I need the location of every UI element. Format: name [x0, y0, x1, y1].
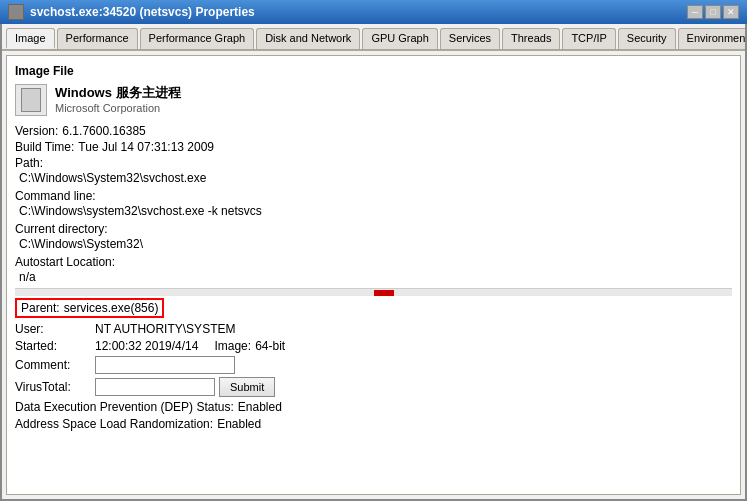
tab-image[interactable]: Image — [6, 28, 55, 49]
version-label: Version: — [15, 124, 58, 138]
comment-input[interactable] — [95, 356, 235, 374]
tab-tcp-ip[interactable]: TCP/IP — [562, 28, 615, 49]
autostart-label: Autostart Location: — [15, 255, 732, 269]
image-label: Image: — [214, 339, 251, 353]
autostart-value: n/a — [15, 270, 732, 284]
window-icon — [8, 4, 24, 20]
cmd-label: Command line: — [15, 189, 732, 203]
path-value: C:\Windows\System32\svchost.exe — [15, 171, 732, 185]
version-value: 6.1.7600.16385 — [62, 124, 145, 138]
parent-value: services.exe(856) — [64, 301, 159, 315]
aslr-value: Enabled — [217, 417, 261, 431]
section-title: Image File — [15, 64, 732, 78]
current-dir-value: C:\Windows\System32\ — [15, 237, 732, 251]
aslr-label: Address Space Load Randomization: — [15, 417, 213, 431]
build-time-label: Build Time: — [15, 140, 74, 154]
tab-services[interactable]: Services — [440, 28, 500, 49]
path-label: Path: — [15, 156, 732, 170]
submit-button[interactable]: Submit — [219, 377, 275, 397]
tab-environment[interactable]: Environment — [678, 28, 745, 49]
tab-disk-network[interactable]: Disk and Network — [256, 28, 360, 49]
comment-label: Comment: — [15, 358, 95, 372]
scrollbar-area[interactable] — [15, 288, 732, 296]
tab-performance[interactable]: Performance — [57, 28, 138, 49]
parent-label: Parent: — [21, 301, 60, 315]
image-value: 64-bit — [255, 339, 285, 353]
company-name: Microsoft Corporation — [55, 102, 181, 114]
app-name: Windows 服务主进程 — [55, 84, 181, 102]
minimize-button[interactable]: ─ — [687, 5, 703, 19]
user-value: NT AUTHORITY\SYSTEM — [95, 322, 235, 336]
user-label: User: — [15, 322, 95, 336]
maximize-button[interactable]: □ — [705, 5, 721, 19]
cmd-value: C:\Windows\system32\svchost.exe -k netsv… — [15, 204, 732, 218]
build-time-value: Tue Jul 14 07:31:13 2009 — [78, 140, 214, 154]
started-label: Started: — [15, 339, 95, 353]
dep-value: Enabled — [238, 400, 282, 414]
tab-gpu-graph[interactable]: GPU Graph — [362, 28, 437, 49]
started-value: 12:00:32 2019/4/14 — [95, 339, 198, 353]
close-button[interactable]: ✕ — [723, 5, 739, 19]
title-bar-text: svchost.exe:34520 (netsvcs) Properties — [30, 5, 681, 19]
virustotal-input[interactable] — [95, 378, 215, 396]
tab-threads[interactable]: Threads — [502, 28, 560, 49]
tab-security[interactable]: Security — [618, 28, 676, 49]
virustotal-label: VirusTotal: — [15, 380, 95, 394]
content-area: Image File Windows 服务主进程 Microsoft Corpo… — [6, 55, 741, 495]
current-dir-label: Current directory: — [15, 222, 732, 236]
file-icon — [15, 84, 47, 116]
tabs-bar: ImagePerformancePerformance GraphDisk an… — [2, 24, 745, 51]
parent-row: Parent: services.exe(856) — [15, 298, 164, 318]
dep-label: Data Execution Prevention (DEP) Status: — [15, 400, 234, 414]
scrollbar-thumb[interactable] — [374, 290, 394, 296]
tab-perf-graph[interactable]: Performance Graph — [140, 28, 255, 49]
